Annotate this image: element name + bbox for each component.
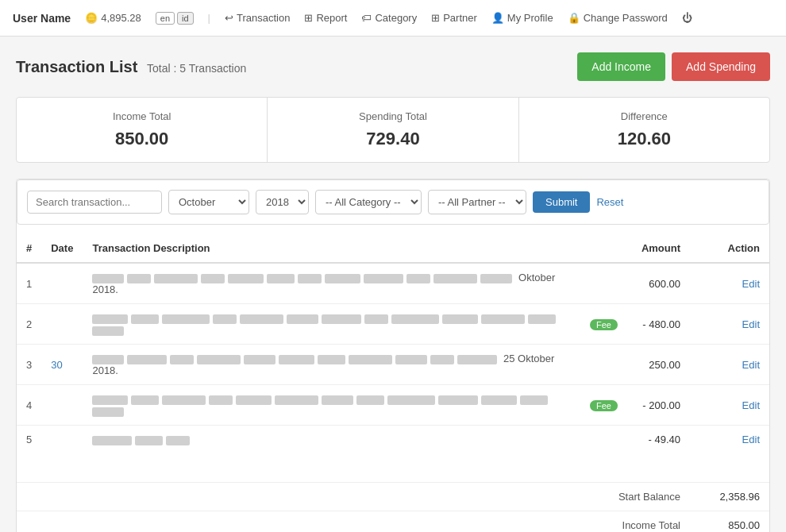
start-balance-label: Start Balance — [580, 483, 690, 511]
income-total-row: Income Total 850.00 — [17, 511, 769, 533]
partner-select[interactable]: -- All Partner -- — [428, 190, 526, 214]
transaction-table: # Date Transaction Description Amount Ac… — [17, 234, 769, 532]
row-date — [41, 426, 83, 454]
col-description: Transaction Description — [83, 234, 580, 263]
partner-icon: ⊞ — [431, 12, 440, 24]
spending-total-label: Spending Total — [283, 110, 502, 122]
col-num: # — [17, 234, 41, 263]
myprofile-link[interactable]: 👤 My Profile — [491, 12, 553, 24]
page-header: Transaction List Total : 5 Transaction A… — [16, 52, 770, 81]
col-badge — [580, 234, 632, 263]
row-action: Edit — [690, 426, 769, 454]
table-row: 1 Oktober 2018.600.00Edit — [17, 263, 769, 304]
row-action: Edit — [690, 263, 769, 304]
reset-button[interactable]: Reset — [596, 196, 623, 208]
start-balance-row: Start Balance 2,358.96 — [17, 483, 769, 511]
row-amount: - 200.00 — [632, 385, 690, 426]
report-link[interactable]: ⊞ Report — [304, 12, 347, 24]
fee-badge: Fee — [590, 400, 618, 411]
footer-income-label: Income Total — [580, 511, 690, 533]
lock-icon: 🔒 — [568, 12, 580, 24]
year-select[interactable]: 201820172019 — [256, 190, 309, 214]
transaction-table-wrapper: October JanuaryFebruaryMarch AprilMayJun… — [16, 179, 770, 532]
report-icon: ⊞ — [304, 12, 313, 24]
row-date — [41, 385, 83, 426]
spending-total-card: Spending Total 729.40 — [268, 98, 518, 162]
table-header-row: # Date Transaction Description Amount Ac… — [17, 234, 769, 263]
row-date — [41, 263, 83, 304]
row-description — [83, 426, 580, 454]
row-fee-badge: Fee — [580, 304, 632, 345]
edit-link[interactable]: Edit — [742, 359, 760, 371]
col-date: Date — [41, 234, 83, 263]
add-income-button[interactable]: Add Income — [577, 52, 665, 81]
row-date: 30 — [41, 345, 83, 385]
transaction-icon: ↩ — [225, 12, 233, 24]
page-title: Transaction List — [16, 58, 137, 75]
username-label: User Name — [13, 12, 71, 25]
row-fee-badge — [580, 426, 632, 454]
income-total-card: Income Total 850.00 — [17, 98, 268, 162]
page-title-area: Transaction List Total : 5 Transaction — [16, 58, 246, 76]
difference-label: Difference — [535, 110, 753, 122]
row-action: Edit — [690, 304, 769, 345]
row-amount: 600.00 — [632, 263, 690, 304]
edit-link[interactable]: Edit — [742, 399, 760, 411]
income-total-value: 850.00 — [33, 129, 251, 149]
row-num: 5 — [17, 426, 41, 454]
row-num: 3 — [17, 345, 41, 385]
summary-rows: Start Balance 2,358.96 Income Total 850.… — [17, 453, 769, 532]
balance-display: 🪙 4,895.28 — [85, 12, 141, 24]
profile-icon: 👤 — [491, 12, 504, 24]
changepassword-link[interactable]: 🔒 Change Password — [568, 12, 668, 24]
edit-link[interactable]: Edit — [742, 318, 760, 330]
coin-icon: 🪙 — [85, 12, 98, 24]
logout-link[interactable]: ⏻ — [682, 12, 692, 24]
category-link[interactable]: 🏷 Category — [361, 12, 417, 24]
month-select[interactable]: October JanuaryFebruaryMarch AprilMayJun… — [168, 190, 249, 214]
category-icon: 🏷 — [361, 12, 372, 24]
edit-link[interactable]: Edit — [742, 434, 760, 445]
row-fee-badge — [580, 263, 632, 304]
submit-button[interactable]: Submit — [533, 191, 590, 213]
category-select[interactable]: -- All Category -- — [315, 190, 422, 214]
row-num: 2 — [17, 304, 41, 345]
summary-cards: Income Total 850.00 Spending Total 729.4… — [16, 97, 770, 163]
col-action: Action — [690, 234, 769, 263]
footer-income-value: 850.00 — [690, 511, 769, 533]
page-subtitle: Total : 5 Transaction — [147, 62, 246, 75]
row-description: Oktober 2018. — [83, 263, 580, 304]
language-switcher: en id — [156, 12, 194, 25]
main-content: Transaction List Total : 5 Transaction A… — [0, 37, 786, 532]
edit-link[interactable]: Edit — [742, 278, 760, 290]
table-row: 330 25 Oktober 2018.250.00Edit — [17, 345, 769, 385]
difference-card: Difference 120.60 — [519, 98, 769, 162]
row-num: 4 — [17, 385, 41, 426]
row-date — [41, 304, 83, 345]
transaction-link[interactable]: ↩ Transaction — [225, 12, 290, 24]
table-row: 2Fee- 480.00Edit — [17, 304, 769, 345]
row-description — [83, 385, 580, 426]
row-action: Edit — [690, 345, 769, 385]
fee-badge: Fee — [590, 319, 618, 330]
spending-total-value: 729.40 — [283, 129, 502, 149]
logout-icon: ⏻ — [682, 12, 692, 24]
income-total-label: Income Total — [33, 110, 251, 122]
difference-value: 120.60 — [535, 129, 753, 149]
row-fee-badge — [580, 345, 632, 385]
filter-row: October JanuaryFebruaryMarch AprilMayJun… — [17, 179, 769, 225]
lang-en[interactable]: en — [156, 12, 175, 25]
empty-spacer-row — [17, 453, 769, 483]
row-amount: 250.00 — [632, 345, 690, 385]
partner-link[interactable]: ⊞ Partner — [431, 12, 477, 24]
top-navigation: User Name 🪙 4,895.28 en id | ↩ Transacti… — [0, 0, 786, 37]
row-num: 1 — [17, 263, 41, 304]
row-fee-badge: Fee — [580, 385, 632, 426]
search-input[interactable] — [27, 191, 162, 214]
add-spending-button[interactable]: Add Spending — [672, 52, 770, 81]
row-action: Edit — [690, 385, 769, 426]
table-row: 5- 49.40Edit — [17, 426, 769, 454]
lang-id[interactable]: id — [177, 12, 194, 25]
start-balance-value: 2,358.96 — [690, 483, 769, 511]
row-description — [83, 304, 580, 345]
